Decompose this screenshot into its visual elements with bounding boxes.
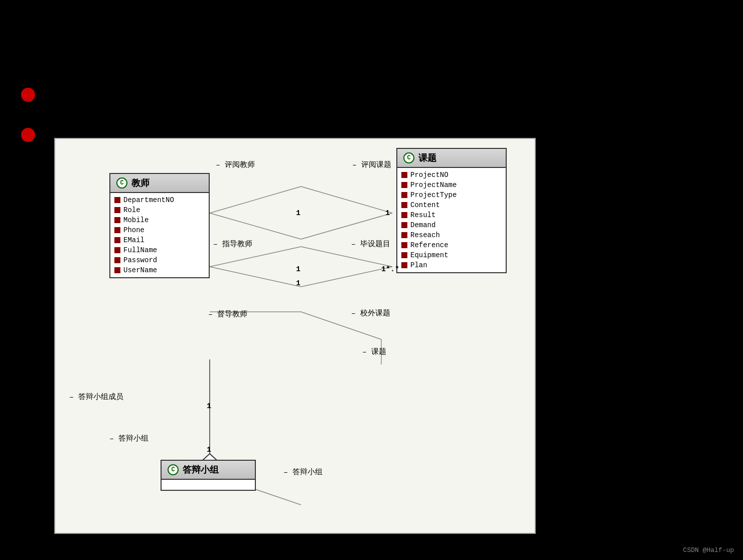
defense-class-title: 答辩小组: [183, 464, 219, 476]
topic-attr-icon-8: [401, 242, 407, 248]
topic-attr-icon-2: [401, 182, 407, 188]
rel-thesis-topic: – 毕设题目: [351, 239, 390, 249]
attr-icon-2: [114, 207, 120, 213]
multi-1-guide-left: 1: [296, 265, 301, 274]
multi-1-defense-member: 1: [207, 402, 211, 411]
rel-extracurricular-topic: – 校外课题: [351, 308, 390, 318]
attr-fullname: FullName: [114, 245, 205, 255]
svg-line-8: [301, 267, 392, 287]
rel-supervise-teacher: – 督导教师: [208, 309, 247, 319]
attr-reference: Reference: [401, 240, 502, 250]
teacher-class-body: DepartmentNO Role Mobile Phone EMail: [110, 193, 209, 277]
svg-line-1: [210, 186, 301, 213]
attr-username: UserName: [114, 265, 205, 275]
multi-1star-guide-right: 1*.*: [381, 265, 399, 274]
defense-class-header: C 答辩小组: [162, 461, 255, 480]
svg-line-6: [301, 247, 392, 267]
topic-class-body: ProjectNO ProjectName ProjectType Conten…: [397, 168, 506, 272]
svg-line-7: [210, 267, 301, 287]
watermark: CSDN @Half-up: [683, 546, 734, 554]
topic-class-box: C 课题 ProjectNO ProjectName ProjectType: [396, 148, 507, 273]
multi-1-eval-right: 1: [385, 209, 390, 218]
attr-icon-3: [114, 217, 120, 223]
attr-icon-7: [114, 257, 120, 263]
topic-attr-icon-4: [401, 202, 407, 208]
attr-plan: Plan: [401, 260, 502, 270]
rel-topic: – 课题: [362, 347, 386, 356]
attr-reseach: Reseach: [401, 230, 502, 240]
attr-role: Role: [114, 205, 205, 215]
teacher-class-icon: C: [116, 177, 127, 189]
topic-attr-icon-5: [401, 212, 407, 218]
attr-content: Content: [401, 200, 502, 210]
rel-defense-member: – 答辩小组成员: [69, 392, 123, 402]
topic-attr-icon-1: [401, 172, 407, 178]
svg-line-4: [301, 213, 392, 239]
defense-class-body: [162, 480, 255, 490]
rel-defense-group: – 答辩小组: [109, 434, 148, 443]
multi-1-guide-bottom: 1: [296, 279, 301, 288]
multi-1-defense-group: 1: [207, 446, 211, 454]
topic-attr-icon-9: [401, 252, 407, 258]
defense-class-box: C 答辩小组: [161, 460, 256, 491]
topic-attr-icon-10: [401, 262, 407, 268]
topic-attr-icon-6: [401, 222, 407, 228]
rel-review-topic: – 评阅课题: [352, 160, 391, 169]
rel-defense-group-2: – 答辩小组: [283, 467, 323, 477]
attr-projecttype: ProjectType: [401, 190, 502, 200]
bullet-point-2: [21, 128, 35, 142]
attr-icon-8: [114, 267, 120, 273]
attr-icon-6: [114, 247, 120, 253]
attr-phone: Phone: [114, 225, 205, 235]
svg-line-2: [301, 186, 392, 213]
svg-line-3: [210, 213, 301, 239]
topic-class-header: C 课题: [397, 149, 506, 168]
attr-projectno: ProjectNO: [401, 170, 502, 180]
attr-icon-4: [114, 227, 120, 233]
teacher-class-header: C 教师: [110, 174, 209, 193]
topic-class-icon: C: [403, 152, 414, 163]
attr-icon-5: [114, 237, 120, 243]
attr-result: Result: [401, 210, 502, 220]
rel-guide-teacher: – 指导教师: [213, 239, 252, 249]
page-background: C 教师 DepartmentNO Role Mobile P: [0, 0, 743, 560]
attr-departmentno: DepartmentNO: [114, 195, 205, 205]
attr-email: EMail: [114, 235, 205, 245]
defense-class-icon: C: [168, 464, 179, 475]
attr-mobile: Mobile: [114, 215, 205, 225]
attr-equipment: Equipment: [401, 250, 502, 260]
bullet-point-1: [21, 88, 35, 102]
attr-password: Password: [114, 255, 205, 265]
topic-attr-icon-7: [401, 232, 407, 238]
attr-projectname: ProjectName: [401, 180, 502, 190]
multi-1-eval-left: 1: [296, 209, 301, 218]
teacher-class-box: C 教师 DepartmentNO Role Mobile P: [109, 173, 210, 278]
attr-icon-1: [114, 197, 120, 203]
teacher-class-title: 教师: [131, 177, 150, 189]
er-diagram: C 教师 DepartmentNO Role Mobile P: [54, 138, 536, 534]
attr-demand: Demand: [401, 220, 502, 230]
topic-attr-icon-3: [401, 192, 407, 198]
rel-review-teacher: – 评阅教师: [216, 160, 255, 169]
svg-line-5: [210, 247, 301, 267]
topic-class-title: 课题: [418, 152, 436, 164]
